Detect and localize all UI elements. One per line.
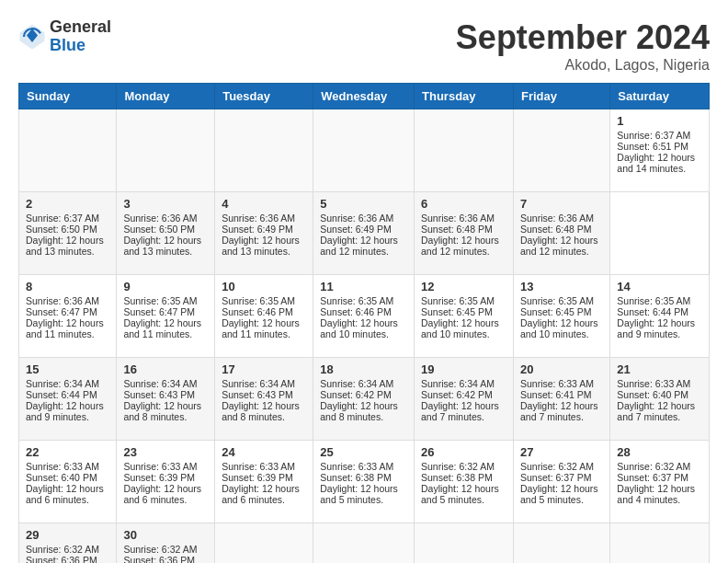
sunset-text: Sunset: 6:48 PM [421, 224, 493, 235]
sunrise-text: Sunrise: 6:33 AM [123, 461, 197, 472]
sunrise-text: Sunrise: 6:36 AM [222, 213, 295, 224]
daylight-text: Daylight: 12 hours and 9 minutes. [617, 317, 695, 339]
day-number: 23 [123, 445, 208, 459]
sunrise-text: Sunrise: 6:35 AM [320, 295, 393, 306]
day-number: 26 [421, 445, 506, 459]
sunset-text: Sunset: 6:45 PM [421, 306, 493, 317]
week-row-1: 1 Sunrise: 6:37 AM Sunset: 6:51 PM Dayli… [19, 109, 710, 192]
day-cell-23: 23 Sunrise: 6:33 AM Sunset: 6:39 PM Dayl… [117, 441, 215, 523]
daylight-text: Daylight: 12 hours and 8 minutes. [222, 400, 300, 422]
sunrise-text: Sunrise: 6:35 AM [123, 295, 197, 306]
day-cell-15: 15 Sunrise: 6:34 AM Sunset: 6:44 PM Dayl… [19, 358, 117, 441]
col-header-thursday: Thursday [415, 84, 514, 109]
day-cell-14: 14 Sunrise: 6:35 AM Sunset: 6:44 PM Dayl… [610, 275, 710, 358]
logo-blue: Blue [50, 37, 111, 55]
day-number: 1 [617, 114, 702, 128]
sunset-text: Sunset: 6:41 PM [520, 389, 592, 400]
day-cell-20: 20 Sunrise: 6:33 AM Sunset: 6:41 PM Dayl… [513, 358, 609, 441]
week-row-5: 22 Sunrise: 6:33 AM Sunset: 6:40 PM Dayl… [19, 441, 710, 523]
daylight-text: Daylight: 12 hours and 12 minutes. [421, 235, 499, 257]
sunrise-text: Sunrise: 6:36 AM [320, 213, 393, 224]
day-cell-25: 25 Sunrise: 6:33 AM Sunset: 6:38 PM Dayl… [313, 441, 415, 523]
day-cell-21: 21 Sunrise: 6:33 AM Sunset: 6:40 PM Dayl… [610, 358, 710, 441]
day-number: 8 [26, 280, 109, 293]
sunset-text: Sunset: 6:42 PM [421, 389, 493, 400]
logo-text: General Blue [50, 18, 111, 55]
day-number: 9 [123, 280, 208, 293]
day-number: 2 [26, 197, 109, 211]
day-number: 5 [320, 197, 407, 211]
empty-cell [513, 523, 609, 564]
day-cell-11: 11 Sunrise: 6:35 AM Sunset: 6:46 PM Dayl… [313, 275, 415, 358]
day-cell-19: 19 Sunrise: 6:34 AM Sunset: 6:42 PM Dayl… [415, 358, 514, 441]
empty-cell [117, 109, 215, 192]
sunrise-text: Sunrise: 6:33 AM [520, 378, 594, 389]
sunset-text: Sunset: 6:43 PM [123, 389, 195, 400]
day-cell-22: 22 Sunrise: 6:33 AM Sunset: 6:40 PM Dayl… [19, 441, 117, 523]
week-row-2: 2 Sunrise: 6:37 AM Sunset: 6:50 PM Dayli… [19, 192, 710, 275]
sunrise-text: Sunrise: 6:36 AM [421, 213, 495, 224]
sunset-text: Sunset: 6:50 PM [123, 224, 195, 235]
day-number: 18 [320, 362, 407, 376]
daylight-text: Daylight: 12 hours and 8 minutes. [123, 400, 201, 422]
day-cell-30: 30 Sunrise: 6:32 AM Sunset: 6:36 PM Dayl… [117, 523, 215, 564]
empty-cell [215, 109, 313, 192]
day-number: 3 [123, 197, 208, 211]
empty-cell [313, 523, 415, 564]
day-number: 4 [222, 197, 306, 211]
sunset-text: Sunset: 6:47 PM [26, 306, 97, 317]
sunrise-text: Sunrise: 6:36 AM [123, 213, 197, 224]
day-number: 19 [421, 362, 506, 376]
day-number: 11 [320, 280, 407, 293]
day-number: 25 [320, 445, 407, 459]
sunset-text: Sunset: 6:37 PM [617, 472, 688, 483]
daylight-text: Daylight: 12 hours and 10 minutes. [421, 317, 499, 339]
day-cell-16: 16 Sunrise: 6:34 AM Sunset: 6:43 PM Dayl… [117, 358, 215, 441]
day-number: 16 [123, 362, 208, 376]
sunset-text: Sunset: 6:38 PM [421, 472, 493, 483]
day-number: 10 [222, 280, 306, 293]
day-cell-9: 9 Sunrise: 6:35 AM Sunset: 6:47 PM Dayli… [117, 275, 215, 358]
daylight-text: Daylight: 12 hours and 5 minutes. [320, 483, 398, 505]
day-cell-26: 26 Sunrise: 6:32 AM Sunset: 6:38 PM Dayl… [415, 441, 514, 523]
calendar-header-row: SundayMondayTuesdayWednesdayThursdayFrid… [19, 84, 710, 109]
day-cell-5: 5 Sunrise: 6:36 AM Sunset: 6:49 PM Dayli… [313, 192, 415, 275]
sunrise-text: Sunrise: 6:32 AM [26, 544, 99, 555]
day-cell-18: 18 Sunrise: 6:34 AM Sunset: 6:42 PM Dayl… [313, 358, 415, 441]
day-number: 29 [26, 528, 109, 542]
daylight-text: Daylight: 12 hours and 13 minutes. [123, 235, 201, 257]
day-number: 14 [617, 280, 702, 293]
daylight-text: Daylight: 12 hours and 13 minutes. [26, 235, 104, 257]
daylight-text: Daylight: 12 hours and 9 minutes. [26, 400, 104, 422]
sunset-text: Sunset: 6:40 PM [26, 472, 97, 483]
daylight-text: Daylight: 12 hours and 7 minutes. [421, 400, 499, 422]
daylight-text: Daylight: 12 hours and 6 minutes. [123, 483, 201, 505]
daylight-text: Daylight: 12 hours and 12 minutes. [520, 235, 598, 257]
daylight-text: Daylight: 12 hours and 4 minutes. [617, 483, 695, 505]
daylight-text: Daylight: 12 hours and 5 minutes. [520, 483, 598, 505]
sunset-text: Sunset: 6:39 PM [123, 472, 195, 483]
day-cell-8: 8 Sunrise: 6:36 AM Sunset: 6:47 PM Dayli… [19, 275, 117, 358]
sunrise-text: Sunrise: 6:35 AM [421, 295, 495, 306]
logo: General Blue [18, 18, 111, 55]
page-header: General Blue September 2024 Akodo, Lagos… [18, 18, 710, 74]
daylight-text: Daylight: 12 hours and 12 minutes. [320, 235, 398, 257]
day-number: 15 [26, 362, 109, 376]
sunset-text: Sunset: 6:36 PM [26, 555, 97, 563]
week-row-6: 29 Sunrise: 6:32 AM Sunset: 6:36 PM Dayl… [19, 523, 710, 564]
day-number: 17 [222, 362, 306, 376]
day-cell-12: 12 Sunrise: 6:35 AM Sunset: 6:45 PM Dayl… [415, 275, 514, 358]
sunrise-text: Sunrise: 6:34 AM [320, 378, 393, 389]
daylight-text: Daylight: 12 hours and 5 minutes. [421, 483, 499, 505]
day-number: 24 [222, 445, 306, 459]
calendar-table: SundayMondayTuesdayWednesdayThursdayFrid… [18, 83, 710, 563]
col-header-saturday: Saturday [610, 84, 710, 109]
sunset-text: Sunset: 6:46 PM [320, 306, 392, 317]
sunset-text: Sunset: 6:38 PM [320, 472, 392, 483]
day-cell-27: 27 Sunrise: 6:32 AM Sunset: 6:37 PM Dayl… [513, 441, 609, 523]
logo-icon [18, 23, 46, 51]
sunset-text: Sunset: 6:49 PM [222, 224, 293, 235]
col-header-friday: Friday [513, 84, 609, 109]
sunset-text: Sunset: 6:44 PM [26, 389, 97, 400]
sunrise-text: Sunrise: 6:35 AM [617, 295, 690, 306]
